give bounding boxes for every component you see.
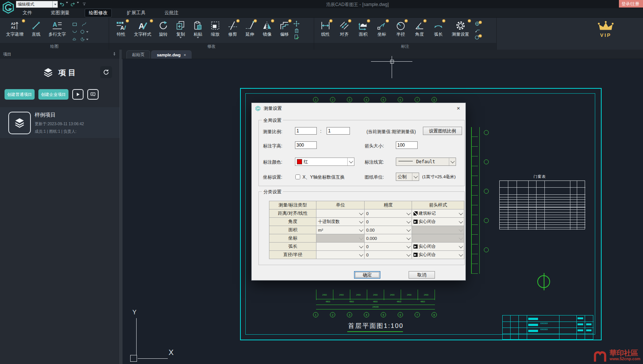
tool-rotate[interactable]: 旋转 bbox=[155, 19, 172, 42]
feedback-chat-button[interactable] bbox=[87, 89, 99, 100]
tool-mirror[interactable]: 镜像 bbox=[259, 19, 275, 42]
precision-select[interactable]: 0 bbox=[365, 209, 412, 217]
ellipse-arc-icon[interactable] bbox=[79, 36, 88, 43]
gear-icon bbox=[455, 19, 466, 32]
ucs-x-label: X bbox=[169, 348, 173, 357]
arc-icon[interactable] bbox=[70, 28, 79, 35]
tool-trim[interactable]: 修剪 bbox=[224, 19, 241, 42]
revision-cloud-icon[interactable] bbox=[70, 36, 79, 43]
tool-scale[interactable]: 缩放 bbox=[207, 19, 223, 42]
close-tab-icon[interactable]: × bbox=[184, 53, 186, 57]
move-icon[interactable] bbox=[293, 21, 299, 27]
spline-icon[interactable] bbox=[79, 21, 88, 28]
paper-unit-select[interactable]: 公制 bbox=[396, 173, 419, 181]
unit-select[interactable] bbox=[316, 209, 364, 217]
play-tutorial-button[interactable] bbox=[72, 89, 84, 100]
menu-tab-file[interactable]: 文件 bbox=[19, 9, 36, 17]
tool-offset[interactable]: 偏移 bbox=[276, 19, 293, 42]
set-paper-scale-button[interactable]: 设置图纸比例 bbox=[423, 127, 462, 135]
table-row: 面积 m² 0.00 bbox=[269, 226, 464, 234]
chevron-down-icon bbox=[458, 218, 464, 226]
close-icon[interactable]: × bbox=[455, 105, 462, 112]
chevron-down-icon bbox=[412, 173, 419, 180]
scale-expected-input[interactable] bbox=[327, 127, 350, 135]
tool-text-increment[interactable]: A2A1 文字递增 bbox=[3, 19, 26, 42]
erase-trash-icon[interactable] bbox=[293, 27, 299, 33]
create-enterprise-project-button[interactable]: 创建企业项目 bbox=[38, 89, 68, 100]
tool-mtext[interactable]: A 多行文字 bbox=[46, 19, 68, 42]
arrow-size-input[interactable] bbox=[396, 141, 418, 149]
tool-text-style[interactable]: A 文字样式 bbox=[131, 19, 154, 42]
paste-special-icon[interactable] bbox=[293, 34, 299, 40]
menu-tab-cloud-annotation[interactable]: 云批注 bbox=[161, 9, 182, 17]
precision-select[interactable]: 0 bbox=[365, 218, 412, 226]
arrow-style-select[interactable]: 实心闭合 bbox=[412, 251, 464, 259]
swap-xy-checkbox[interactable] bbox=[295, 174, 300, 179]
tab-start-page[interactable]: 起始页 bbox=[126, 50, 150, 59]
rectangle-icon[interactable] bbox=[70, 21, 79, 28]
redo-icon[interactable] bbox=[70, 2, 76, 7]
unit-select[interactable] bbox=[316, 251, 364, 259]
tool-copy[interactable]: 复制 bbox=[172, 19, 189, 42]
menu-tab-extended-tools[interactable]: 扩展工具 bbox=[123, 9, 149, 17]
circle-icon[interactable] bbox=[79, 28, 88, 35]
tool-area[interactable]: 面积 bbox=[355, 19, 371, 42]
tool-line[interactable]: 直线 bbox=[28, 19, 44, 42]
tool-paste[interactable]: 粘贴 bbox=[190, 19, 206, 42]
refresh-button[interactable] bbox=[100, 66, 112, 78]
menu-tab-draw-modify[interactable]: 绘图修改 bbox=[85, 9, 112, 17]
pin-icon[interactable] bbox=[112, 52, 120, 56]
unit-select[interactable] bbox=[316, 243, 364, 250]
mode-select[interactable]: 编辑模式 bbox=[16, 1, 58, 8]
ucs-origin-box bbox=[130, 355, 137, 362]
menu-tab-view-measure[interactable]: 览图测量 bbox=[47, 9, 73, 17]
arrow-style-select[interactable]: 实心闭合 bbox=[412, 218, 464, 226]
center-mark-icon[interactable] bbox=[474, 21, 480, 27]
tool-properties[interactable]: A 特性 bbox=[112, 19, 130, 42]
tab-sample-dwg[interactable]: sample.dwg × bbox=[151, 50, 192, 59]
app-logo-icon bbox=[255, 106, 261, 111]
vip-badge-icon bbox=[22, 19, 25, 23]
unit-select[interactable]: m² bbox=[316, 226, 364, 234]
scale-current-input[interactable] bbox=[295, 127, 317, 135]
tool-linear-dim[interactable]: 线性 bbox=[317, 19, 334, 42]
play-icon bbox=[76, 92, 80, 97]
copy-caret-icon[interactable] bbox=[179, 37, 182, 38]
ok-button[interactable]: 确定 bbox=[354, 271, 380, 279]
text-height-input[interactable] bbox=[295, 141, 317, 149]
tool-coordinate-dim[interactable]: 坐标 bbox=[374, 19, 390, 42]
copy-icon bbox=[176, 19, 185, 32]
leader-icon[interactable] bbox=[474, 27, 480, 33]
arrow-style-select[interactable]: 实心闭合 bbox=[412, 243, 464, 250]
tool-aligned-dim[interactable]: 对齐 bbox=[336, 19, 353, 42]
precision-select[interactable]: 0.00 bbox=[365, 226, 412, 234]
lineweight-select[interactable]: Default bbox=[396, 158, 456, 166]
precision-select[interactable]: 0.000 bbox=[365, 234, 412, 242]
dim-color-select[interactable]: 红 bbox=[295, 158, 354, 166]
tool-radius-dim[interactable]: 半径 bbox=[392, 19, 409, 42]
tool-measure-settings[interactable]: 测量设置 bbox=[449, 19, 472, 42]
ribbon-group-label-dimension: 标注 bbox=[314, 43, 496, 50]
tool-angle-dim[interactable]: 角度 bbox=[411, 19, 428, 42]
undo-icon[interactable] bbox=[59, 2, 65, 7]
tool-extend[interactable]: 延伸 bbox=[242, 19, 258, 42]
create-normal-project-button[interactable]: 创建普通项目 bbox=[5, 89, 35, 100]
toolbar-customize-icon[interactable] bbox=[82, 2, 87, 6]
sidebar-splitter[interactable] bbox=[120, 50, 122, 364]
paste-caret-icon[interactable] bbox=[197, 37, 199, 38]
dim-edit-icon[interactable] bbox=[474, 34, 480, 40]
cancel-button[interactable]: 取消 bbox=[409, 271, 435, 279]
vip-badge-icon bbox=[404, 19, 408, 23]
app-window: 浩辰CAD看图王 - [sample.dwg] 登录/注册 编辑模式 文件 览图… bbox=[0, 0, 643, 364]
tool-arc-length-dim[interactable]: 弧长 bbox=[430, 19, 447, 42]
unit-select[interactable]: 十进制度数 bbox=[316, 218, 364, 226]
precision-select[interactable]: 0 bbox=[365, 251, 412, 259]
table-row: 直径/半径 0 实心闭合 bbox=[269, 251, 464, 259]
table-row: 距离/对齐/线性 0 建筑标记 bbox=[269, 209, 464, 218]
precision-select[interactable]: 0 bbox=[365, 243, 412, 250]
login-button[interactable]: 登录/注册 bbox=[619, 0, 643, 8]
vip-entry[interactable]: VIP bbox=[594, 21, 618, 38]
dialog-titlebar[interactable]: 测量设置 bbox=[252, 103, 465, 114]
project-card[interactable]: 样例项目 更新于:2023-09-11 13:06:42 成员:1 | 图纸:1… bbox=[0, 107, 120, 138]
arrow-style-select[interactable]: 建筑标记 bbox=[412, 209, 464, 217]
